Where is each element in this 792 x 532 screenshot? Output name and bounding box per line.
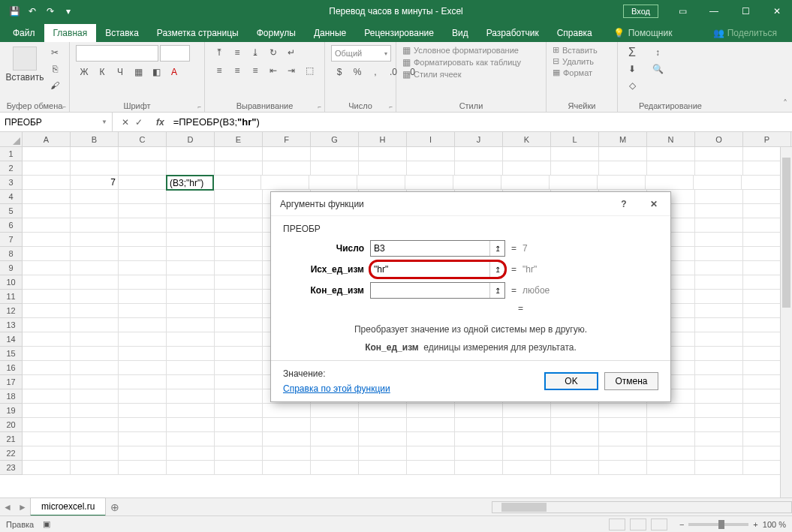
cell[interactable] [23,233,71,247]
cell[interactable] [23,147,71,161]
find-select-icon[interactable]: 🔍 [649,62,666,77]
cell[interactable] [71,446,119,461]
cell[interactable] [455,161,503,176]
cell[interactable] [695,389,743,404]
cell[interactable] [407,404,455,418]
cell[interactable] [503,161,551,176]
cell[interactable] [695,375,743,389]
page-break-view-icon[interactable] [651,518,667,530]
cell[interactable] [23,190,71,204]
cell[interactable]: 7 [71,176,119,190]
column-header[interactable]: C [119,132,167,146]
cell[interactable] [551,161,599,176]
cell[interactable] [119,461,167,475]
zoom-out-icon[interactable]: − [679,520,684,529]
cut-icon[interactable]: ✂ [47,45,63,60]
cell[interactable] [167,361,215,375]
cell-styles-button[interactable]: Стили ячеек [414,70,461,79]
cell[interactable] [695,361,743,375]
font-size-dropdown[interactable] [160,45,190,62]
cell[interactable] [599,147,647,161]
cell[interactable] [167,432,215,446]
row-header[interactable]: 22 [0,446,23,461]
font-launcher-icon[interactable]: ⌐ [197,104,201,110]
cell[interactable] [167,290,215,304]
cell[interactable] [455,432,503,446]
cell[interactable] [215,404,263,418]
cell[interactable] [599,461,647,475]
cell[interactable] [453,176,501,190]
cell[interactable] [551,432,599,446]
cell[interactable] [213,176,261,190]
cell[interactable] [167,204,215,218]
ribbon-options-icon[interactable]: ▭ [667,0,697,23]
cell[interactable] [215,375,263,389]
cell[interactable] [167,389,215,404]
cell[interactable] [215,389,263,404]
cell[interactable] [119,375,167,389]
collapse-dialog-icon[interactable]: ↥ [489,262,504,277]
name-box[interactable]: ПРЕОБР ▼ [0,113,113,131]
cell[interactable] [503,404,551,418]
column-header[interactable]: H [359,132,407,146]
cell[interactable] [119,190,167,204]
cell[interactable] [407,418,455,432]
cell[interactable] [71,418,119,432]
cell[interactable] [23,290,71,304]
cell[interactable] [359,461,407,475]
cell[interactable] [455,446,503,461]
select-all-button[interactable] [0,132,23,146]
row-header[interactable]: 14 [0,332,23,347]
vscroll-thumb[interactable] [782,158,790,308]
cell[interactable] [455,418,503,432]
cell[interactable] [167,332,215,347]
align-left-icon[interactable]: ≡ [211,63,227,78]
cell[interactable] [71,389,119,404]
cell[interactable] [695,461,743,475]
cell[interactable] [647,446,695,461]
cell[interactable] [167,318,215,332]
cell[interactable] [23,446,71,461]
row-header[interactable]: 17 [0,375,23,389]
cell[interactable] [647,404,695,418]
cell[interactable] [263,461,311,475]
tab-insert[interactable]: Вставка [96,24,148,42]
cell[interactable] [119,204,167,218]
cell[interactable] [455,461,503,475]
cell[interactable] [215,247,263,261]
cell[interactable] [119,247,167,261]
cell[interactable] [695,404,743,418]
row-header[interactable]: 23 [0,461,23,475]
cell[interactable] [119,176,167,190]
arg-input[interactable] [371,283,489,298]
formula-input[interactable]: =ПРЕОБР(B3;"hr") [169,116,792,128]
row-header[interactable]: 8 [0,247,23,261]
row-header[interactable]: 12 [0,304,23,318]
cell[interactable] [71,304,119,318]
row-header[interactable]: 2 [0,161,23,176]
cell[interactable] [407,147,455,161]
cell[interactable] [71,247,119,261]
login-button[interactable]: Вход [623,5,658,18]
cell[interactable] [215,318,263,332]
cell[interactable] [647,418,695,432]
cell[interactable] [263,161,311,176]
cell[interactable] [23,404,71,418]
merge-icon[interactable]: ⬚ [301,63,318,78]
number-format-dropdown[interactable]: Общий▾ [331,45,391,62]
delete-cells-button[interactable]: Удалить [562,57,594,66]
cell[interactable] [407,432,455,446]
cell[interactable] [23,261,71,275]
align-bottom-icon[interactable]: ⤓ [247,45,263,60]
cell[interactable] [167,275,215,290]
cell[interactable] [503,418,551,432]
cell[interactable] [167,261,215,275]
cell[interactable] [695,218,743,233]
column-header[interactable]: O [695,132,743,146]
cell[interactable] [263,404,311,418]
tab-help[interactable]: Справка [548,24,601,42]
cell[interactable] [503,461,551,475]
arg-input[interactable] [371,241,489,256]
save-icon[interactable]: 💾 [6,3,23,20]
cell[interactable] [23,161,71,176]
